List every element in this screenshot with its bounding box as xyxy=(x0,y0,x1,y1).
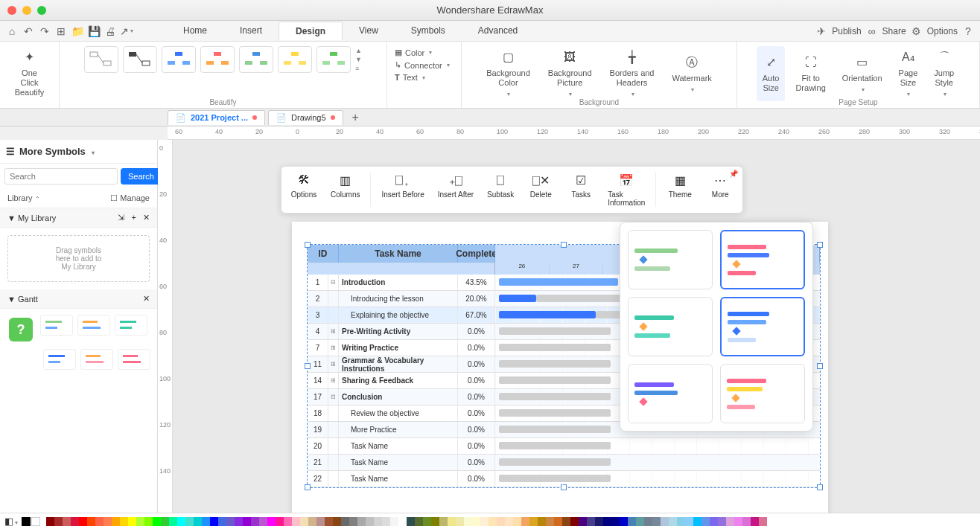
gantt-task-info-button[interactable]: 📅Task Information xyxy=(605,171,648,208)
share-label[interactable]: Share xyxy=(882,26,906,36)
beautify-thumb-2[interactable] xyxy=(123,46,157,73)
color-swatch[interactable] xyxy=(701,517,710,526)
color-swatch[interactable] xyxy=(366,517,374,526)
gantt-symbol-4[interactable] xyxy=(43,349,76,370)
gallery-more-icon[interactable]: ≡ xyxy=(355,65,362,72)
gantt-symbol-5[interactable] xyxy=(80,349,113,370)
color-swatch[interactable] xyxy=(153,517,161,526)
share-icon[interactable]: ∞ xyxy=(866,25,878,37)
color-swatch[interactable] xyxy=(628,517,636,526)
pin-icon[interactable]: 📌 xyxy=(729,170,738,178)
color-swatch[interactable] xyxy=(341,517,349,526)
color-swatch[interactable] xyxy=(472,517,480,526)
new-icon[interactable]: ⊞ xyxy=(55,25,67,37)
palette-black[interactable] xyxy=(22,517,31,526)
color-swatch[interactable] xyxy=(644,517,652,526)
color-swatch[interactable] xyxy=(292,517,300,526)
theme-card-4[interactable] xyxy=(720,297,805,356)
color-swatch[interactable] xyxy=(218,517,226,526)
gantt-section[interactable]: ▼ Gantt xyxy=(7,295,38,304)
print-icon[interactable]: 🖨 xyxy=(104,25,116,37)
color-swatch[interactable] xyxy=(398,517,407,526)
autosize-button[interactable]: ⤢Auto Size xyxy=(757,46,786,101)
color-swatch[interactable] xyxy=(87,517,95,526)
color-swatch[interactable] xyxy=(529,517,538,526)
color-swatch[interactable] xyxy=(325,517,333,526)
color-swatch[interactable] xyxy=(169,517,177,526)
library-link[interactable]: Library ⌃ xyxy=(7,193,40,203)
gantt-row[interactable]: 20Task Name0.0% xyxy=(308,438,820,455)
color-swatch[interactable] xyxy=(611,517,620,526)
gantt-row[interactable]: 22Task Name0.0% xyxy=(308,471,820,487)
text-dropdown[interactable]: T Text xyxy=(395,73,425,82)
gallery-up-icon[interactable]: ▲ xyxy=(355,47,362,54)
theme-card-5[interactable] xyxy=(628,364,713,423)
color-swatch[interactable] xyxy=(415,517,423,526)
tab-view[interactable]: View xyxy=(343,22,395,40)
color-swatch[interactable] xyxy=(636,517,644,526)
export-icon[interactable]: ↗ xyxy=(121,25,133,37)
tab-advanced[interactable]: Advanced xyxy=(462,22,534,40)
options-label[interactable]: Options xyxy=(927,26,958,36)
color-swatch[interactable] xyxy=(595,517,603,526)
search-input[interactable] xyxy=(4,168,118,185)
add-tab-icon[interactable]: + xyxy=(346,111,365,124)
color-swatch[interactable] xyxy=(316,517,325,526)
connector-dropdown[interactable]: ↳ Connector xyxy=(395,60,450,70)
color-swatch[interactable] xyxy=(652,517,661,526)
color-swatch[interactable] xyxy=(710,517,718,526)
color-swatch[interactable] xyxy=(726,517,734,526)
color-swatch[interactable] xyxy=(235,517,243,526)
gantt-columns-button[interactable]: ▥Columns xyxy=(328,171,363,208)
my-library-section[interactable]: ▼ My Library xyxy=(7,214,56,222)
gantt-symbol-2[interactable] xyxy=(77,315,110,336)
resize-handle[interactable] xyxy=(817,242,823,248)
color-swatch[interactable] xyxy=(185,517,194,526)
beautify-thumb-1[interactable] xyxy=(84,46,118,73)
help-bubble-icon[interactable]: ? xyxy=(9,318,33,342)
save-icon[interactable]: 💾 xyxy=(88,25,100,37)
color-swatch[interactable] xyxy=(46,517,54,526)
color-swatch[interactable] xyxy=(480,517,489,526)
color-swatch[interactable] xyxy=(63,517,71,526)
tab-insert[interactable]: Insert xyxy=(223,22,279,40)
color-swatch[interactable] xyxy=(439,517,448,526)
color-swatch[interactable] xyxy=(742,517,751,526)
color-swatch[interactable] xyxy=(751,517,759,526)
color-swatch[interactable] xyxy=(423,517,431,526)
more-symbols-dropdown[interactable] xyxy=(90,146,95,157)
fit-drawing-button[interactable]: ⛶Fit to Drawing xyxy=(789,46,831,101)
color-swatch[interactable] xyxy=(579,517,587,526)
mylib-add-icon[interactable]: + xyxy=(132,213,136,222)
color-swatch[interactable] xyxy=(546,517,554,526)
gantt-symbol-1[interactable] xyxy=(40,315,73,336)
orientation-button[interactable]: ▭Orientation xyxy=(836,46,888,101)
open-icon[interactable]: 📁 xyxy=(71,25,83,37)
home-icon[interactable]: ⌂ xyxy=(6,25,18,37)
color-swatch[interactable] xyxy=(718,517,726,526)
color-swatch[interactable] xyxy=(407,517,415,526)
page-size-button[interactable]: A₄Page Size xyxy=(893,46,924,101)
color-swatch[interactable] xyxy=(382,517,390,526)
search-button[interactable]: Search xyxy=(121,168,162,185)
gantt-subtask-button[interactable]: ⎕Subtask xyxy=(484,171,517,208)
color-swatch[interactable] xyxy=(464,517,472,526)
color-swatch[interactable] xyxy=(538,517,546,526)
color-swatch[interactable] xyxy=(202,517,210,526)
mylib-close-icon[interactable]: ✕ xyxy=(143,213,150,222)
gallery-down-icon[interactable]: ▼ xyxy=(355,56,362,63)
resize-handle[interactable] xyxy=(561,242,567,248)
color-swatch[interactable] xyxy=(603,517,611,526)
color-swatch[interactable] xyxy=(161,517,169,526)
watermark-button[interactable]: ⒶWatermark xyxy=(666,46,718,101)
palette-white[interactable] xyxy=(31,517,40,526)
doc-tab-1[interactable]: 📄 2021 Project ... xyxy=(168,110,265,125)
color-swatch[interactable] xyxy=(669,517,677,526)
color-swatch[interactable] xyxy=(194,517,202,526)
color-swatch[interactable] xyxy=(554,517,562,526)
resize-handle[interactable] xyxy=(305,242,311,248)
color-swatch[interactable] xyxy=(276,517,284,526)
theme-card-3[interactable] xyxy=(628,297,713,356)
color-swatch[interactable] xyxy=(489,517,497,526)
one-click-beautify-button[interactable]: ✦ One Click Beautify xyxy=(7,46,51,101)
